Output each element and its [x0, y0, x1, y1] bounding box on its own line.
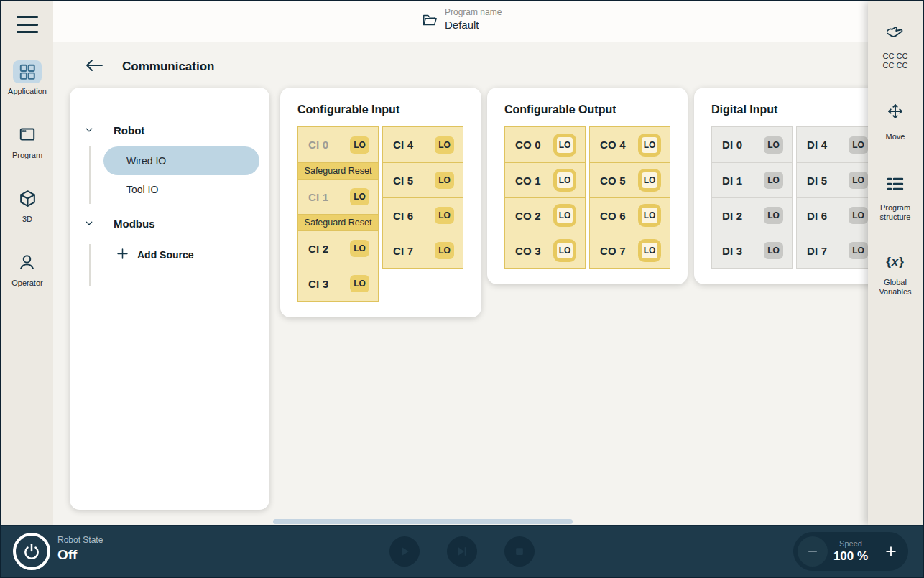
stop-button[interactable] — [504, 536, 535, 567]
io-state-badge: LO — [849, 242, 868, 259]
io-cell: CI 2LO — [298, 230, 378, 266]
right-sidebar: CC CCCC CC Move Programstructure {x} — [868, 1, 923, 525]
robot-state-label: Robot State — [57, 535, 103, 545]
add-source-button[interactable]: Add Source — [116, 244, 259, 266]
io-cell-label: DI 3 — [722, 245, 742, 257]
sidebar-item-label: Programstructure — [880, 203, 911, 222]
io-state-badge: LO — [764, 136, 783, 154]
sidebar-item-label: Operator — [11, 279, 42, 287]
robot-state: Robot State Off — [57, 535, 103, 563]
io-toggle-button[interactable]: LO — [638, 204, 661, 227]
io-card-title: Configurable Output — [504, 103, 670, 116]
sidebar-item-label: Application — [8, 87, 47, 95]
io-toggle-button[interactable]: LO — [553, 239, 576, 262]
io-cell-label: DI 0 — [722, 139, 742, 151]
io-cell: DI 2LO — [712, 197, 792, 233]
io-state-badge: LO — [350, 275, 369, 292]
io-toggle-button[interactable]: LO — [553, 204, 576, 227]
sidebar-item-application[interactable]: Application — [8, 60, 47, 95]
sidebar-item-label: Move — [886, 132, 905, 141]
play-button[interactable] — [389, 536, 420, 567]
io-cell-label: CI 2 — [308, 243, 328, 255]
io-grid: DI 0LODI 1LODI 2LODI 3LODI 4LODI 5LODI 6… — [711, 126, 885, 269]
io-cell: CI 0LO — [298, 127, 378, 162]
io-source-tree: Robot Wired IO Tool IO Modbus Add Source — [70, 88, 269, 510]
io-column: CI 0LOSafeguard ResetCI 1LOSafeguard Res… — [297, 126, 379, 302]
robot-state-value: Off — [57, 547, 103, 563]
io-cell-label: CI 0 — [308, 139, 328, 151]
io-toggle-button[interactable]: LO — [553, 169, 576, 192]
sidebar-item-program[interactable]: Program — [12, 123, 42, 159]
io-state-badge: LO — [849, 207, 868, 224]
io-cell: CI 7LO — [383, 233, 463, 268]
program-name-button[interactable]: Program name Default — [421, 7, 502, 31]
hand-icon — [885, 23, 905, 43]
io-cell: DI 0LO — [712, 127, 792, 162]
tree-item-tool-io[interactable]: Tool IO — [103, 175, 259, 204]
skip-next-button[interactable] — [447, 536, 477, 567]
io-cell-label: CI 1 — [308, 191, 328, 203]
io-state-badge: LO — [435, 172, 454, 189]
io-cell-label: CO 6 — [600, 210, 626, 222]
sidebar-item-label: CC CCCC CC — [883, 52, 908, 70]
io-cell: CI 1LO — [298, 179, 378, 214]
io-cell-label: CO 3 — [515, 245, 541, 257]
io-cell: CO 6LO — [590, 197, 670, 233]
tree-children: Wired IO Tool IO — [89, 146, 259, 204]
io-cell: DI 5LO — [797, 162, 877, 197]
tree-item-wired-io[interactable]: Wired IO — [103, 146, 259, 175]
io-toggle-button[interactable]: LO — [638, 239, 661, 262]
page-title: Communication — [122, 60, 214, 74]
io-cell: DI 7LO — [797, 233, 877, 268]
io-toggle-button[interactable]: LO — [638, 134, 661, 157]
sidebar-item-program-structure[interactable]: Programstructure — [880, 176, 911, 222]
io-toggle-button[interactable]: LO — [553, 134, 576, 157]
io-state-badge: LO — [435, 242, 454, 259]
tree-group-modbus[interactable]: Modbus — [70, 213, 269, 234]
io-grid: CI 0LOSafeguard ResetCI 1LOSafeguard Res… — [297, 126, 464, 302]
io-state-badge: LO — [764, 172, 783, 189]
hamburger-menu-icon[interactable] — [17, 16, 38, 33]
program-name-value: Default — [445, 19, 502, 31]
io-cell-label: CI 4 — [393, 139, 413, 151]
sidebar-item-operator[interactable]: Operator — [11, 251, 42, 287]
io-column: DI 4LODI 5LODI 6LODI 7LO — [796, 126, 877, 269]
io-cell: CO 4LO — [590, 127, 670, 162]
io-card: Configurable OutputCO 0LOCO 1LOCO 2LOCO … — [487, 88, 688, 284]
sidebar-item-move[interactable]: Move — [886, 102, 905, 141]
open-folder-icon — [421, 12, 438, 31]
io-cell-label: DI 4 — [807, 139, 827, 151]
io-column: CO 4LOCO 5LOCO 6LOCO 7LO — [589, 126, 670, 269]
tree-group-robot[interactable]: Robot — [70, 119, 269, 141]
io-grid: CO 0LOCO 1LOCO 2LOCO 3LOCO 4LOCO 5LOCO 6… — [504, 126, 670, 269]
io-cell: CO 7LO — [590, 233, 670, 268]
io-state-badge: LO — [849, 172, 868, 189]
speed-increase-button[interactable] — [884, 532, 898, 571]
io-cell-label: CO 5 — [600, 174, 626, 187]
sidebar-item-3d[interactable]: 3D — [13, 187, 42, 223]
sidebar-item-label: GlobalVariables — [879, 278, 911, 297]
io-cell-label: CO 2 — [515, 210, 541, 222]
person-icon — [13, 251, 42, 274]
io-state-badge: LO — [435, 207, 454, 224]
sidebar-item-freedrive[interactable]: CC CCCC CC — [883, 23, 908, 70]
horizontal-scrollbar[interactable] — [273, 519, 573, 524]
safeguard-reset-note: Safeguard Reset — [298, 214, 378, 230]
playback-controls — [389, 536, 535, 567]
io-cell-label: DI 2 — [722, 210, 742, 222]
program-name-label: Program name — [445, 7, 502, 17]
io-cell: DI 1LO — [712, 162, 792, 197]
io-cell: DI 6LO — [797, 197, 877, 233]
power-button[interactable] — [13, 533, 50, 570]
io-cell-label: DI 6 — [807, 210, 827, 222]
io-toggle-button[interactable]: LO — [638, 169, 661, 192]
chevron-down-icon — [83, 217, 96, 230]
io-state-badge: LO — [764, 242, 783, 259]
io-cell: DI 4LO — [797, 127, 877, 162]
back-button[interactable] — [85, 58, 103, 73]
io-cell-label: CO 1 — [515, 174, 541, 187]
io-cell: CO 0LO — [505, 127, 585, 162]
sidebar-item-global-variables[interactable]: {x} GlobalVariables — [879, 255, 911, 297]
main-content: Communication Robot Wired IO Tool IO Mod… — [53, 42, 923, 525]
io-card-title: Configurable Input — [297, 103, 464, 116]
